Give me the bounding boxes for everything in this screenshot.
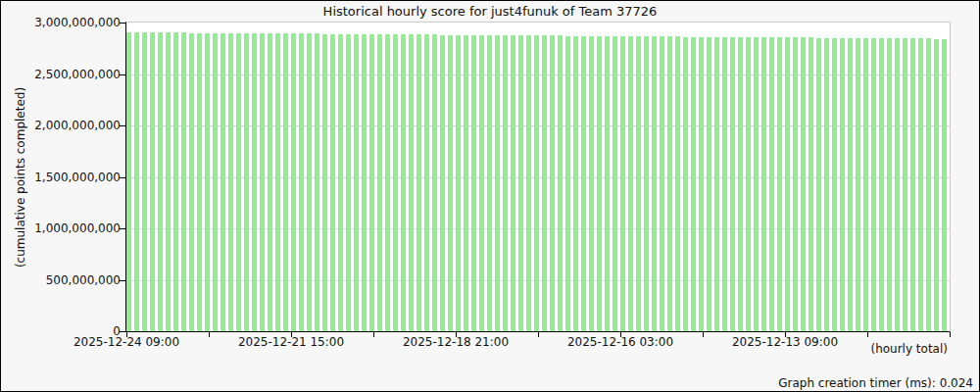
bar [628,36,633,331]
bar [416,34,421,331]
bar [691,37,696,332]
bar [495,35,500,331]
plot-area [125,22,951,332]
bar [738,37,743,331]
bar [652,36,657,331]
bar [675,36,680,331]
y-tick-label: 3,000,000,000 [1,15,121,30]
bar [354,34,359,331]
bar [424,34,429,331]
bar [918,38,923,331]
x-tick-label: 2025-12-21 15:00 [208,335,374,350]
bar [275,33,280,331]
bar [244,33,249,331]
graph-timer-label: Graph creation timer (ms): 0.024 [778,376,973,390]
bar [440,35,445,332]
bar [754,37,759,331]
bar [605,36,610,331]
bar [393,34,398,331]
bar [511,35,515,331]
bar [142,32,147,331]
bar [126,32,131,331]
bar [832,38,837,331]
bar [769,37,774,331]
x-tick-label: 2025-12-24 09:00 [43,335,210,350]
x-tick-label: 2025-12-16 03:00 [537,335,704,350]
bar [173,32,178,331]
bar [330,34,335,331]
bar [597,36,602,331]
bar [220,33,225,331]
bar [903,38,907,331]
bar [166,32,171,331]
bar [934,39,939,332]
bar [134,32,139,331]
bar [260,33,265,331]
bar [362,34,367,331]
bar [550,35,555,331]
bar [464,35,468,331]
bar [824,38,829,331]
bar [228,33,233,331]
bar [307,33,312,331]
bar [660,36,664,331]
bar [189,33,194,332]
bar [761,37,766,331]
bar [644,36,649,331]
bar [612,36,617,331]
bar [542,35,547,331]
y-tick-label: 2,500,000,000 [1,67,121,82]
bar [346,34,351,331]
bar [479,35,484,331]
bar [197,33,202,332]
bar [785,37,790,331]
plot-inner [126,23,950,331]
bar [448,35,453,331]
bar [534,35,539,331]
x-tick-label: 2025-12-18 21:00 [372,335,539,350]
bar [158,32,163,331]
bar [910,38,915,331]
bar [150,32,155,331]
bar [252,33,257,331]
bar [808,37,813,331]
bar [205,33,210,331]
bar [213,33,218,331]
bar [699,37,704,331]
bar [879,38,884,331]
y-tick-label: 2,000,000,000 [1,118,121,133]
bar [487,35,492,331]
bar [315,33,319,331]
bar [322,34,327,331]
bar [895,38,900,331]
bar [856,38,860,331]
bar [840,38,845,331]
bar [746,37,751,331]
bar [730,37,735,331]
bar [714,37,719,331]
bar [581,36,586,331]
bar [432,34,437,331]
bar [871,38,876,331]
bar [385,34,390,331]
bar [236,33,241,331]
bar [401,34,406,331]
bar [707,37,711,331]
bar [283,33,288,331]
bar [573,36,578,331]
bar [926,38,931,331]
bar [887,38,892,331]
bar [409,34,414,331]
bar [518,35,523,331]
bar [377,34,382,331]
chart-title: Historical hourly score for just4funuk o… [1,4,979,19]
bar [526,35,531,331]
bar [589,36,594,331]
hourly-total-label: (hourly total) [870,342,948,356]
bar [667,36,672,331]
bar [181,32,186,331]
bar [503,35,508,331]
figure: { "chart_data": { "type": "bar", "title"… [0,0,980,392]
bar [801,37,806,331]
bar [816,38,821,331]
